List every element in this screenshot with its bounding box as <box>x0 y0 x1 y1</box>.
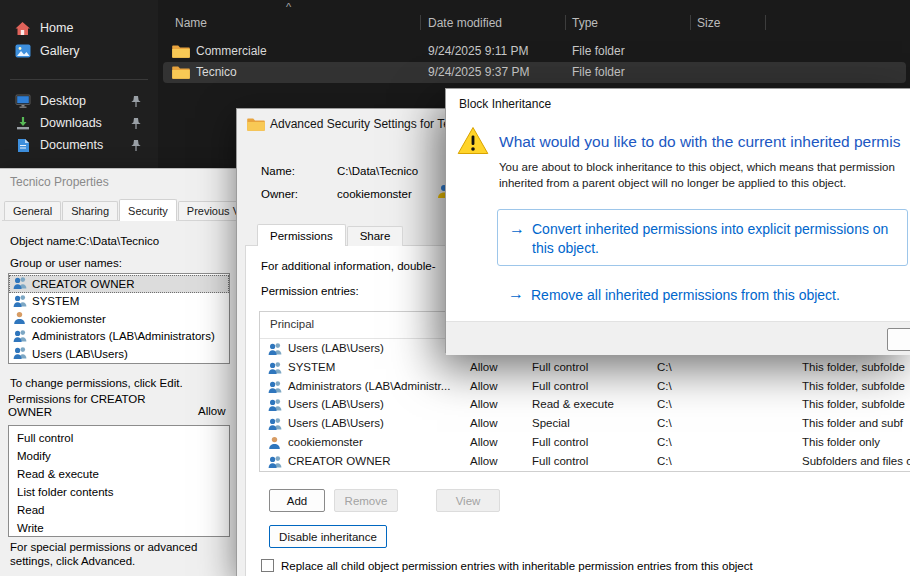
pin-icon[interactable] <box>130 95 142 108</box>
column-header-size[interactable]: Size <box>697 16 720 30</box>
sidebar-item-gallery[interactable]: Gallery <box>6 40 152 62</box>
permission-entries-label: Permission entries: <box>261 285 359 297</box>
desktop-icon <box>14 93 31 109</box>
permission-list-item[interactable]: Read <box>17 501 229 519</box>
tab-general[interactable]: General <box>4 201 61 221</box>
permission-list-item[interactable]: List folder contents <box>17 483 229 501</box>
column-separator[interactable] <box>420 15 421 30</box>
command-link-arrow-icon: → <box>508 285 524 303</box>
file-name: Tecnico <box>196 65 237 79</box>
group-list-item[interactable]: CREATOR OWNER <box>9 275 229 293</box>
sidebar-item-label: Desktop <box>40 94 86 108</box>
dialog-title: Tecnico Properties <box>10 175 109 189</box>
pin-icon[interactable] <box>130 139 142 152</box>
allow-column-label: Allow <box>198 405 225 417</box>
disable-inheritance-button[interactable]: Disable inheritance <box>269 525 387 548</box>
sidebar-item-downloads[interactable]: Downloads <box>6 112 152 134</box>
group-icon <box>13 329 27 344</box>
remove-button[interactable]: Remove <box>334 489 398 512</box>
replace-permissions-checkbox[interactable] <box>261 559 274 572</box>
dialog-footer: Cancel <box>446 321 910 355</box>
entry-type: Allow <box>470 417 497 429</box>
entry-principal: CREATOR OWNER <box>288 455 464 467</box>
column-header-type[interactable]: Type <box>572 16 598 30</box>
remove-permissions-command-link[interactable]: → Remove all inherited permissions from … <box>497 281 906 309</box>
advanced-settings-hint: For special permissions or advanced sett… <box>10 541 215 568</box>
permission-entry-row[interactable]: Users (LAB\Users) Allow Special C:\ This… <box>260 414 910 433</box>
dialog-title: Advanced Security Settings for Te <box>270 117 450 131</box>
main-instruction: What would you like to do with the curre… <box>499 133 910 151</box>
entry-principal: Users (LAB\Users) <box>288 398 464 410</box>
tab-permissions[interactable]: Permissions <box>257 224 346 246</box>
name-label: Name: <box>261 165 295 177</box>
tab-share[interactable]: Share <box>347 226 404 246</box>
group-icon <box>268 455 282 470</box>
group-list-item[interactable]: SYSTEM <box>9 293 229 311</box>
column-separator[interactable] <box>765 15 766 30</box>
group-icon <box>268 361 282 376</box>
column-separator[interactable] <box>690 15 691 30</box>
tab-security[interactable]: Security <box>119 199 177 221</box>
downloads-icon <box>14 115 31 131</box>
entry-type: Allow <box>470 361 497 373</box>
permission-list-item[interactable]: Read & execute <box>17 465 229 483</box>
folder-icon <box>172 65 190 82</box>
folder-icon <box>247 117 265 135</box>
object-name-value: C:\Data\Tecnico <box>78 235 159 247</box>
group-icon <box>13 346 27 361</box>
user-icon <box>268 436 281 451</box>
group-name: cookiemonster <box>31 313 106 325</box>
group-name: Users (LAB\Users) <box>32 348 128 360</box>
block-title-bar[interactable]: Block Inheritance <box>446 89 910 119</box>
permission-list-item[interactable]: Write <box>17 519 229 537</box>
column-separator[interactable] <box>565 15 566 30</box>
permissions-for-label: Permissions for CREATOR OWNER <box>8 393 158 419</box>
file-row-selected[interactable]: Tecnico 9/24/2025 9:37 PM File folder <box>163 62 906 83</box>
convert-permissions-command-link[interactable]: → Convert inherited permissions into exp… <box>497 209 908 266</box>
entry-type: Allow <box>470 398 497 410</box>
name-value: C:\Data\Tecnico <box>337 165 418 177</box>
entry-applies-to: This folder, subfolde <box>802 380 905 392</box>
sidebar-item-label: Downloads <box>40 116 102 130</box>
group-list-item[interactable]: cookiemonster <box>9 310 229 328</box>
table-header-principal[interactable]: Principal <box>270 318 314 330</box>
permission-list-item[interactable]: Full control <box>17 429 229 447</box>
permission-entry-row[interactable]: cookiemonster Allow Full control C:\ Thi… <box>260 433 910 452</box>
group-list-label: Group or user names: <box>10 257 122 269</box>
owner-label: Owner: <box>261 188 298 200</box>
sidebar-item-home[interactable]: Home <box>6 17 152 39</box>
permission-entry-row[interactable]: Users (LAB\Users) Allow Read & execute C… <box>260 395 910 414</box>
entry-applies-to: This folder, subfolde <box>802 361 905 373</box>
group-icon <box>13 294 27 309</box>
properties-title-bar[interactable]: Tecnico Properties <box>0 169 237 195</box>
file-type: File folder <box>572 65 625 79</box>
permission-entry-row[interactable]: SYSTEM Allow Full control C:\ This folde… <box>260 358 910 377</box>
sidebar-item-label: Documents <box>40 138 103 152</box>
group-list-item[interactable]: Users (LAB\Users) <box>9 345 229 363</box>
entry-access: Full control <box>532 361 588 373</box>
cancel-button[interactable]: Cancel <box>887 328 910 351</box>
advanced-tabs: Permissions Share <box>257 223 404 246</box>
entry-applies-to: Subfolders and files o <box>802 455 910 467</box>
entry-type: Allow <box>470 436 497 448</box>
edit-permissions-hint: To change permissions, click Edit. <box>10 377 183 389</box>
pin-icon[interactable] <box>130 117 142 130</box>
column-header-date-modified[interactable]: Date modified <box>428 16 502 30</box>
additional-info-text: For additional information, double- <box>261 260 436 272</box>
file-row[interactable]: Commerciale 9/24/2025 9:11 PM File folde… <box>163 41 906 62</box>
tab-sharing[interactable]: Sharing <box>62 201 118 221</box>
file-type: File folder <box>572 44 625 58</box>
command-link-arrow-icon: → <box>509 220 525 238</box>
permission-entry-row[interactable]: Administrators (LAB\Administr... Allow F… <box>260 377 910 396</box>
permission-entry-row[interactable]: CREATOR OWNER Allow Full control C:\ Sub… <box>260 452 910 471</box>
group-user-listbox: CREATOR OWNER SYSTEM cookiemonster Admin… <box>8 273 230 364</box>
permission-list-item[interactable]: Modify <box>17 447 229 465</box>
group-list-item[interactable]: Administrators (LAB\Administrators) <box>9 328 229 346</box>
dialog-title: Block Inheritance <box>459 97 551 111</box>
column-header-name[interactable]: Name <box>175 16 207 30</box>
view-button[interactable]: View <box>436 489 500 512</box>
user-icon <box>13 311 26 326</box>
add-button[interactable]: Add <box>269 489 325 512</box>
sidebar-item-desktop[interactable]: Desktop <box>6 90 152 112</box>
sidebar-item-documents[interactable]: Documents <box>6 134 152 156</box>
